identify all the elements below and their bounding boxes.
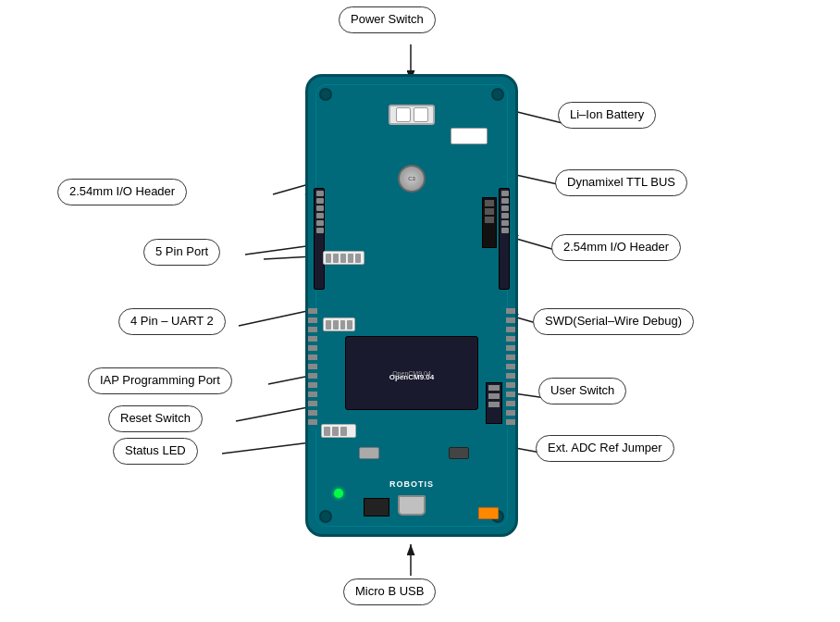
five-pin-connector [323, 251, 364, 265]
mount-hole-tl [319, 88, 332, 101]
pcb-board: OpenCM9.04 OpenCM9.04 ROBOTIS [305, 74, 518, 537]
label-status-led: Status LED [113, 438, 198, 465]
label-swd: SWD(Serial–Wire Debug) [533, 308, 694, 335]
label-io-header-right: 2.54mm I/O Header [551, 234, 681, 261]
label-user-switch: User Switch [538, 378, 626, 404]
mount-hole-bl [319, 510, 332, 523]
mount-hole-tr [491, 88, 504, 101]
label-adc-jumper: Ext. ADC Ref Jumper [536, 435, 674, 462]
label-io-header-left: 2.54mm I/O Header [57, 179, 187, 205]
small-ic [364, 498, 389, 516]
label-iap-port: IAP Programming Port [88, 367, 232, 394]
label-micro-usb: Micro B USB [343, 578, 436, 605]
usb-port [398, 495, 426, 516]
io-header-left-strip [314, 188, 325, 290]
power-connector [389, 105, 435, 125]
label-dynamixel-ttl-bus: Dynamixel TTL BUS [555, 169, 687, 196]
capacitor [398, 165, 426, 193]
label-li-ion-battery: Li–Ion Battery [558, 102, 656, 129]
pin-row-left [308, 308, 317, 429]
label-reset-switch: Reset Switch [108, 405, 203, 432]
label-power-switch: Power Switch [339, 6, 436, 33]
uart-connector [323, 317, 355, 331]
battery-connector [451, 128, 488, 144]
label-five-pin-port: 5 Pin Port [143, 239, 220, 266]
iap-connector [321, 424, 356, 438]
adc-jumper [478, 507, 499, 519]
ttl-bus-connector [482, 197, 497, 248]
opencm-label: OpenCM9.04 [389, 373, 434, 381]
robotis-text: ROBOTIS [389, 479, 434, 489]
io-header-right-strip [499, 188, 510, 290]
status-led-component [334, 489, 343, 498]
reset-button [359, 447, 379, 459]
diagram-container: OpenCM9.04 OpenCM9.04 ROBOTIS [0, 0, 840, 622]
swd-pads [486, 382, 502, 424]
label-four-pin-uart: 4 Pin – UART 2 [118, 308, 226, 335]
user-switch-component [449, 447, 469, 459]
pin-row-right [506, 308, 515, 429]
